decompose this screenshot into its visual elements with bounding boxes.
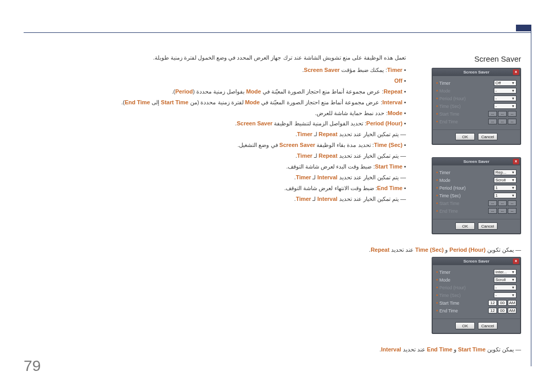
- timesec-select[interactable]: 1▼: [494, 193, 516, 198]
- period-select: -▼: [494, 285, 516, 290]
- bullet-end-time: • End Time: ضبط وقت الانتهاء لعرض شاشة ا…: [31, 183, 406, 194]
- label-timer: Timer: [439, 170, 450, 175]
- label-mode: Mode: [439, 178, 450, 183]
- label-timesec: Time (Sec): [439, 293, 460, 298]
- end-time-fields[interactable]: 1200AM: [488, 308, 516, 313]
- page-title: Screen Saver: [474, 54, 521, 63]
- label-mode: Mode: [439, 88, 450, 94]
- note-repeat: ― يمكن تكوين Period (Hour) و Time (Sec) …: [216, 247, 521, 253]
- sub-end-time: ― يتم تمكين الخيار عند تحديد Interval لـ…: [31, 194, 406, 204]
- bullet-interval: • Interval: عرض مجموعة أنماط منع احتجاز …: [31, 97, 406, 108]
- mode-select[interactable]: Scroll▼: [494, 277, 516, 283]
- timer-select[interactable]: Rep...▼: [494, 170, 516, 175]
- bullet-start-time: • Start Time: ضبط وقت البدء لعرض شاشة ال…: [31, 161, 406, 172]
- close-icon[interactable]: x: [513, 159, 519, 164]
- intro-text: تعمل هذه الوظيفة على منع تشويش الشاشة عن…: [31, 54, 406, 61]
- end-time-fields: ------: [488, 208, 516, 214]
- dialog-titlebar: Screen Saver x: [432, 68, 521, 76]
- label-end: End Time: [439, 209, 458, 214]
- timesec-select: -▼: [494, 292, 516, 298]
- label-timer: Timer: [439, 81, 450, 86]
- label-timesec: Time (Sec): [439, 193, 460, 198]
- bullet-period-hour: • Period (Hour): تحديد الفواصل الزمنية ل…: [31, 118, 406, 129]
- note-interval: ― يمكن تكوين Start Time و End Time عند ت…: [216, 346, 521, 353]
- end-time-fields: ------: [488, 119, 516, 124]
- label-timer: Timer: [439, 270, 450, 275]
- cancel-button[interactable]: Cancel: [478, 322, 497, 329]
- timer-select[interactable]: Inter...▼: [494, 269, 516, 275]
- label-end: End Time: [439, 308, 458, 313]
- ok-button[interactable]: OK: [455, 322, 475, 329]
- period-select: -▼: [494, 96, 516, 101]
- cancel-button[interactable]: Cancel: [478, 133, 497, 140]
- label-start: Start Time: [439, 301, 459, 306]
- bullet-timer: • Timer: يمكنك ضبط مؤقت Screen Saver.: [31, 65, 406, 76]
- mode-select[interactable]: Scroll▼: [494, 177, 516, 183]
- dialog-titlebar: Screen Saver x: [432, 158, 521, 165]
- dialog-screensaver-repeat: Screen Saver x TimerRep...▼ ModeScroll▼ …: [432, 157, 521, 234]
- dialog-title: Screen Saver: [464, 259, 490, 264]
- ok-button[interactable]: OK: [455, 222, 475, 230]
- accent-block: [516, 25, 531, 31]
- bullet-time-sec: • Time (Sec): تحديد مدة بقاء الوظيفة Scr…: [31, 140, 406, 151]
- ok-button[interactable]: OK: [455, 133, 475, 140]
- mode-select: -▼: [494, 88, 516, 94]
- dialog-screensaver-off: Screen Saver x TimerOff▼ Mode-▼ Period (…: [432, 68, 521, 145]
- close-icon[interactable]: x: [513, 258, 519, 264]
- sub-time-sec: ― يتم تمكين الخيار عند تحديد Repeat لـ T…: [31, 151, 406, 161]
- label-start: Start Time: [439, 201, 459, 206]
- timer-select[interactable]: Off▼: [494, 80, 516, 86]
- timesec-select: -▼: [494, 103, 516, 109]
- start-time-fields: ------: [488, 111, 516, 117]
- page-number: 79: [24, 357, 41, 375]
- dialog-title: Screen Saver: [464, 159, 490, 164]
- start-time-fields[interactable]: 1200AM: [488, 300, 516, 306]
- label-period: Period (Hour): [439, 285, 466, 290]
- dialog-title: Screen Saver: [464, 70, 490, 74]
- dialog-screensaver-interval: Screen Saver x TimerInter...▼ ModeScroll…: [432, 257, 521, 334]
- feature-list: • Timer: يمكنك ضبط مؤقت Screen Saver. • …: [31, 65, 406, 204]
- right-rule: [531, 25, 531, 366]
- start-time-fields: ------: [488, 200, 516, 206]
- label-timesec: Time (Sec): [439, 104, 460, 109]
- dialog-titlebar: Screen Saver x: [432, 257, 521, 265]
- sub-start-time: ― يتم تمكين الخيار عند تحديد Interval لـ…: [31, 172, 406, 183]
- close-icon[interactable]: x: [513, 69, 519, 75]
- bullet-off: • Off: [31, 76, 406, 86]
- bullet-repeat: • Repeat: عرض مجموعة أنماط منع احتجاز ال…: [31, 86, 406, 97]
- label-mode: Mode: [439, 277, 450, 283]
- cancel-button[interactable]: Cancel: [478, 222, 497, 230]
- label-start: Start Time: [439, 111, 459, 117]
- top-rule: [24, 32, 531, 33]
- period-select[interactable]: 1▼: [494, 185, 516, 191]
- label-period: Period (Hour): [439, 185, 466, 191]
- label-period: Period (Hour): [439, 96, 466, 101]
- label-end: End Time: [439, 119, 458, 124]
- sub-period-hour: ― يتم تمكين الخيار عند تحديد Repeat لـ T…: [31, 129, 406, 140]
- bullet-mode: • Mode: حدد نمط حماية شاشة للعرض.: [31, 108, 406, 119]
